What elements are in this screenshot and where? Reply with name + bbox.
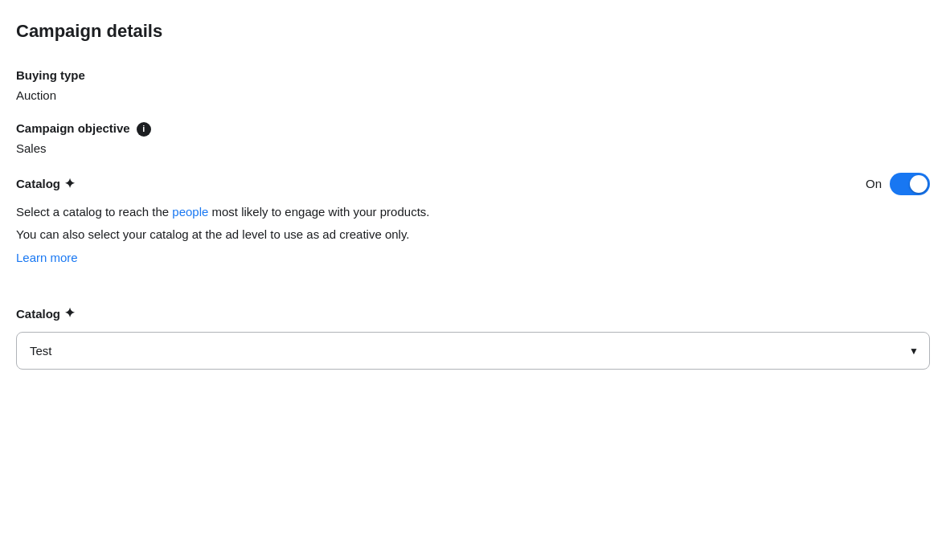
learn-more-link[interactable]: Learn more xyxy=(16,249,78,266)
catalog-select-label-text: Catalog xyxy=(16,305,60,322)
catalog-desc-part1: Select a catalog to reach the xyxy=(16,205,172,219)
catalog-dropdown-wrapper: Test ▼ xyxy=(16,332,930,370)
catalog-select-sparkle-icon: ✦ xyxy=(64,305,75,322)
catalog-toggle-label-text: Catalog xyxy=(16,175,60,192)
campaign-objective-label-text: Campaign objective xyxy=(16,121,130,135)
catalog-select-label: Catalog ✦ xyxy=(16,305,930,322)
catalog-toggle-area: On xyxy=(866,173,930,195)
page-title: Campaign details xyxy=(16,19,930,44)
catalog-desc-part2: most likely to engage with your products… xyxy=(208,205,429,219)
buying-type-value: Auction xyxy=(16,87,930,104)
catalog-toggle-section: Catalog ✦ On Select a catalog to reach t… xyxy=(16,173,930,285)
catalog-toggle-state-label: On xyxy=(866,175,882,192)
catalog-select-section: Catalog ✦ Test ▼ xyxy=(16,305,930,370)
campaign-objective-value: Sales xyxy=(16,140,930,157)
catalog-toggle-thumb xyxy=(910,175,928,193)
campaign-objective-section: Campaign objective i Sales xyxy=(16,120,930,157)
catalog-toggle-row: Catalog ✦ On xyxy=(16,173,930,195)
catalog-toggle-sparkle-icon: ✦ xyxy=(64,175,75,193)
campaign-objective-info-icon[interactable]: i xyxy=(137,122,151,137)
catalog-description-line1: Select a catalog to reach the people mos… xyxy=(16,203,930,222)
buying-type-section: Buying type Auction xyxy=(16,67,930,104)
catalog-description-line2: You can also select your catalog at the … xyxy=(16,226,930,244)
catalog-people-link[interactable]: people xyxy=(172,205,208,219)
catalog-toggle-label: Catalog ✦ xyxy=(16,175,75,193)
campaign-objective-label: Campaign objective i xyxy=(16,120,930,137)
catalog-dropdown[interactable]: Test xyxy=(16,332,930,370)
buying-type-label: Buying type xyxy=(16,67,930,84)
catalog-toggle-switch[interactable] xyxy=(890,173,930,195)
